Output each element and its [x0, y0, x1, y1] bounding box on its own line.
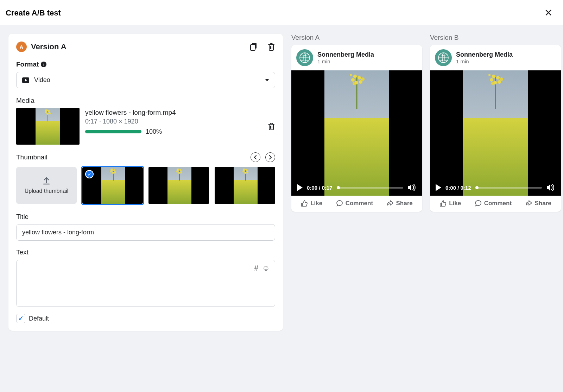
upload-icon	[43, 177, 50, 185]
upload-thumbnail-button[interactable]: Upload thumbnail	[16, 167, 77, 204]
svg-rect-1	[251, 45, 255, 50]
progress-bar	[85, 130, 141, 133]
video-controls: 0:00 / 0:12	[430, 179, 561, 196]
post-time: 1 min	[456, 58, 513, 64]
volume-icon[interactable]	[546, 184, 555, 191]
media-filename: yellow flowers - long-form.mp4	[85, 108, 262, 117]
panel-title: Version A	[31, 42, 67, 51]
seek-bar[interactable]	[337, 187, 403, 189]
comment-icon	[336, 200, 343, 207]
share-button[interactable]: Share	[525, 200, 551, 207]
text-tools: # ☺	[254, 264, 270, 273]
avatar[interactable]	[296, 49, 313, 66]
chevron-left-icon	[254, 155, 257, 159]
thumbnail-next-button[interactable]	[265, 152, 275, 162]
chevron-down-icon	[265, 79, 269, 81]
title-input[interactable]	[16, 224, 275, 241]
thumbnail-nav	[251, 152, 275, 162]
video-controls: 0:00 / 0:17	[291, 179, 422, 196]
volume-icon[interactable]	[407, 184, 417, 191]
avatar[interactable]	[435, 49, 452, 66]
format-label: Format i	[16, 61, 275, 68]
thumbnail-row: Upload thumbnail ✓	[16, 167, 275, 204]
thumbnail-option-1[interactable]: ✓	[82, 167, 143, 204]
play-button[interactable]	[297, 184, 303, 191]
author-name[interactable]: Sonnenberg Media	[456, 51, 513, 58]
preview-b: Version B Sonnenberg Media 1 min 0:00	[430, 34, 561, 212]
preview-b-label: Version B	[430, 34, 561, 42]
info-icon[interactable]: i	[41, 62, 46, 67]
like-icon	[301, 200, 308, 207]
share-icon	[387, 200, 394, 207]
format-value: Video	[34, 76, 50, 84]
default-label: Default	[29, 315, 49, 322]
preview-card-b: Sonnenberg Media 1 min 0:00 / 0:12	[430, 45, 561, 212]
format-select[interactable]: Video	[16, 72, 275, 88]
media-info: yellow flowers - long-form.mp4 0:17 · 10…	[85, 108, 262, 135]
check-icon: ✓	[18, 315, 24, 322]
video-icon	[22, 77, 29, 83]
previews: Version A Sonnenberg Media 1 min 0:00	[291, 34, 561, 212]
panel-header: A Version A	[16, 42, 275, 52]
card-actions: Like Comment Share	[430, 196, 561, 212]
comment-icon	[475, 200, 482, 207]
progress-percent: 100%	[146, 128, 162, 135]
preview-a-label: Version A	[291, 34, 422, 42]
card-actions: Like Comment Share	[291, 196, 422, 212]
panel-actions	[250, 43, 275, 51]
thumbnail-option-3[interactable]	[215, 167, 275, 204]
text-wrapper: # ☺	[16, 260, 275, 307]
like-button[interactable]: Like	[301, 200, 322, 207]
like-button[interactable]: Like	[439, 200, 461, 207]
version-badge: A	[16, 42, 27, 52]
trash-icon	[267, 122, 275, 131]
media-label: Media	[16, 97, 275, 105]
video-player[interactable]: 0:00 / 0:12	[430, 70, 561, 196]
check-icon: ✓	[85, 170, 94, 178]
comment-button[interactable]: Comment	[336, 200, 373, 207]
globe-icon	[299, 52, 310, 63]
modal-title: Create A/B test	[6, 8, 61, 18]
thumbnail-option-2[interactable]	[148, 167, 209, 204]
close-icon[interactable]: ✕	[544, 7, 552, 19]
share-icon	[525, 200, 532, 207]
video-time: 0:00 / 0:17	[307, 185, 333, 191]
modal-body: A Version A Format i Video Media	[0, 25, 563, 392]
preview-a: Version A Sonnenberg Media 1 min 0:00	[291, 34, 422, 212]
chevron-right-icon	[269, 155, 272, 159]
panel-title-wrap: A Version A	[16, 42, 67, 52]
like-icon	[439, 200, 447, 207]
upload-thumbnail-label: Upload thumbnail	[25, 188, 69, 194]
video-player[interactable]: 0:00 / 0:17	[291, 70, 422, 196]
delete-version-button[interactable]	[267, 43, 275, 51]
text-label: Text	[16, 248, 275, 256]
media-row: yellow flowers - long-form.mp4 0:17 · 10…	[16, 108, 275, 145]
default-checkbox[interactable]: ✓	[16, 314, 25, 323]
seek-bar[interactable]	[475, 187, 542, 189]
duplicate-button[interactable]	[250, 43, 258, 51]
trash-icon	[267, 43, 275, 51]
card-header: Sonnenberg Media 1 min	[291, 45, 422, 70]
title-label: Title	[16, 213, 275, 221]
copy-icon	[250, 43, 258, 51]
text-input[interactable]	[17, 260, 275, 306]
thumbnail-prev-button[interactable]	[251, 152, 260, 162]
hashtag-button[interactable]: #	[254, 264, 258, 273]
emoji-button[interactable]: ☺	[262, 264, 270, 273]
comment-button[interactable]: Comment	[475, 200, 512, 207]
delete-media-button[interactable]	[267, 122, 275, 131]
post-time: 1 min	[317, 58, 374, 64]
preview-card-a: Sonnenberg Media 1 min 0:00 / 0:17	[291, 45, 422, 212]
version-editor-panel: A Version A Format i Video Media	[8, 34, 283, 331]
globe-icon	[438, 52, 449, 63]
card-header: Sonnenberg Media 1 min	[430, 45, 561, 70]
share-button[interactable]: Share	[387, 200, 413, 207]
media-thumbnail[interactable]	[16, 108, 80, 145]
thumbnail-label: Thumbnail	[16, 153, 48, 161]
media-meta: 0:17 · 1080 × 1920	[85, 118, 262, 125]
default-checkbox-row: ✓ Default	[16, 314, 275, 323]
video-time: 0:00 / 0:12	[445, 185, 471, 191]
upload-progress: 100%	[85, 128, 262, 135]
author-name[interactable]: Sonnenberg Media	[317, 51, 374, 58]
play-button[interactable]	[436, 184, 441, 191]
